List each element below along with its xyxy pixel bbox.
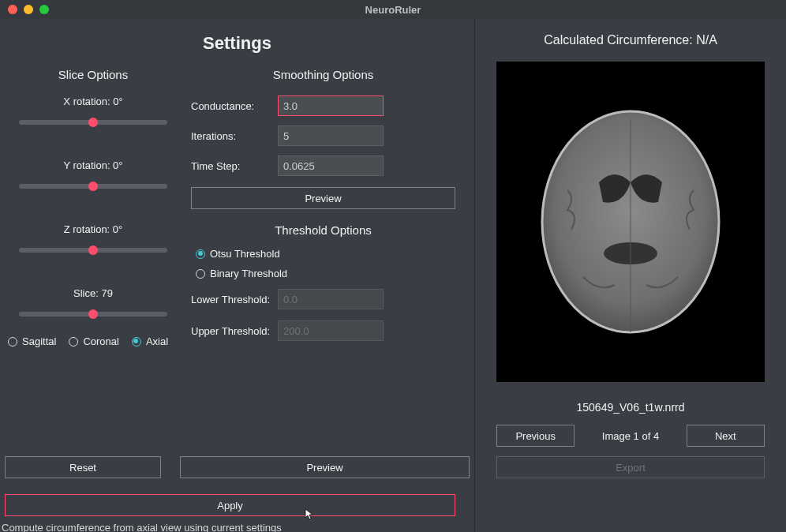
export-button[interactable]: Export [496,456,765,478]
previous-button[interactable]: Previous [496,425,575,447]
button-label: Previous [515,430,556,442]
radio-icon [132,337,141,347]
settings-heading: Settings [5,33,470,54]
image-counter: Image 1 of 4 [592,430,668,442]
radio-icon [8,337,17,347]
button-label: Preview [306,462,342,474]
z-rotation-label: Z rotation: 0° [5,223,182,235]
y-rotation-slider[interactable] [19,184,167,189]
conductance-input[interactable] [278,96,384,116]
radio-label: Coronal [83,335,119,347]
radio-label: Sagittal [22,335,56,347]
radio-coronal[interactable]: Coronal [69,335,119,347]
timestep-label: Time Step: [191,160,278,172]
slice-slider[interactable] [19,312,167,317]
smoothing-preview-button[interactable]: Preview [191,187,455,209]
titlebar: NeuroRuler [0,0,786,19]
button-label: Apply [217,500,243,511]
lower-threshold-label: Lower Threshold: [191,294,278,305]
radio-binary[interactable]: Binary Threshold [196,268,455,279]
radio-label: Otsu Threshold [210,248,280,260]
radio-axial[interactable]: Axial [132,335,168,347]
radio-icon [69,337,78,347]
radio-icon [196,249,205,259]
button-label: Next [715,430,736,442]
iterations-input[interactable] [278,126,384,146]
radio-label: Binary Threshold [210,268,287,279]
button-label: Export [616,462,646,474]
radio-icon [196,269,205,279]
x-rotation-slider[interactable] [19,120,167,125]
settings-panel: Settings Slice Options X rotation: 0° Y … [0,19,475,532]
reset-button[interactable]: Reset [5,456,161,478]
preview-button[interactable]: Preview [180,456,470,478]
lower-threshold-input: 0.0 [278,289,384,309]
upper-threshold-label: Upper Threshold: [191,325,278,337]
upper-threshold-input: 200.0 [278,320,384,341]
slice-label: Slice: 79 [5,287,182,299]
iterations-label: Iterations: [191,130,278,142]
radio-sagittal[interactable]: Sagittal [8,335,56,347]
radio-otsu[interactable]: Otsu Threshold [196,248,455,260]
status-text: Compute circumference from axial view us… [2,522,282,532]
x-rotation-label: X rotation: 0° [5,96,182,107]
slice-options-title: Slice Options [5,68,182,81]
y-rotation-label: Y rotation: 0° [5,159,182,171]
threshold-options-title: Threshold Options [191,223,455,237]
next-button[interactable]: Next [687,425,765,447]
brain-image [496,62,765,382]
result-panel: Calculated Circumference: N/A [475,19,786,532]
button-label: Preview [305,193,341,204]
radio-label: Axial [146,335,168,347]
app-title: NeuroRuler [0,4,786,16]
z-rotation-slider[interactable] [19,248,167,253]
conductance-label: Conductance: [191,100,278,112]
button-label: Reset [69,462,96,474]
apply-button[interactable]: Apply [5,494,455,516]
timestep-input[interactable] [278,155,384,176]
smoothing-options-title: Smoothing Options [191,68,455,81]
circumference-readout: Calculated Circumference: N/A [544,33,717,47]
current-filename: 150649_V06_t1w.nrrd [577,401,685,414]
